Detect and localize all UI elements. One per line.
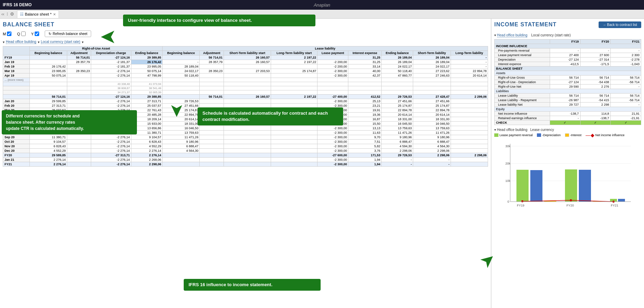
table-row: Retained earnings influence --138,7-21,9…	[495, 116, 641, 121]
table-row: 56 714,01 -27 124,16 29 388,85 56 714,01…	[3, 95, 488, 99]
main-layout: BALANCE SHEET M Q Y ↻ Refresh balance s	[0, 19, 644, 308]
svg-text:10k: 10k	[505, 179, 511, 183]
balance-sheet-tab[interactable]: ☷ Balance sheet * ✕	[17, 10, 59, 18]
app-title: IFRS 16 DEMO	[3, 2, 32, 7]
table-row: ... (more rows)	[3, 78, 488, 82]
y-checkbox[interactable]	[35, 32, 39, 36]
col-beg-bal: Beginning balance	[30, 51, 67, 55]
legend-icon-red-line: —◆	[586, 132, 594, 138]
is-col-fy19: FY19	[550, 39, 581, 44]
tab-close-icon[interactable]: ✕	[53, 12, 56, 16]
table-row: 43 338,48 41 073,94	[3, 82, 488, 86]
table-row: Net income influence -138,7114,821,91	[495, 112, 641, 116]
table-row: Mar 19 23 995,05 28 350,23 -2 276,14 50 …	[3, 69, 488, 73]
legend-lease-payment: Lease payment reversal	[494, 133, 533, 137]
svg-text:FY19: FY19	[517, 204, 524, 207]
bar-fy20-green	[565, 169, 577, 202]
col-lease-pay: Lease payment	[317, 51, 348, 55]
table-row: Lease payment reversal 27 40027 6002 300	[495, 53, 641, 58]
table-row: Oct 20 9 104,57 -2 276,14 6 828,43 9 180…	[3, 140, 488, 144]
legend-depreciation: -Depreciation	[537, 133, 561, 137]
assets-header: Assets	[495, 71, 641, 76]
income-statement-table: FY19 FY20 FY21 INCOME INFLUENCE Pre-paym…	[494, 39, 641, 125]
bar-chart: 30k 20k 10k 0	[496, 142, 634, 211]
is-filter-row: ▾ Head office building Local currency (s…	[494, 33, 641, 37]
anaplan-logo: Anaplan	[314, 2, 330, 8]
tab-label: Balance sheet *	[25, 12, 52, 16]
col-dep: Depreciation charge	[91, 51, 131, 55]
col-adj: Adjustment	[67, 51, 91, 55]
nav-back-icon[interactable]: ‹‹	[1, 11, 5, 17]
income-statement-panel: INCOME STATEMENT → Back to contract list…	[491, 19, 644, 308]
income-influence-header: INCOME INFLUENCE	[495, 44, 641, 49]
back-to-contract-list-button[interactable]: → Back to contract list	[599, 21, 641, 28]
filter-row: ▾ Head office building ▾ Local currency …	[3, 40, 488, 44]
q-checkbox[interactable]	[21, 32, 26, 36]
refresh-button[interactable]: ↻ Refresh balance sheet	[45, 30, 91, 37]
check-row: CHECK ✓ ✓ ✓	[495, 121, 641, 125]
callout-mid-right: Schedule is calculated automatically for…	[198, 107, 343, 125]
balance-sheet-header: BALANCE SHEET	[495, 67, 641, 71]
table-row: Apr 19 50 075,14 -2 276,14 47 798,99 50 …	[3, 73, 488, 78]
table-row: 34 271,37 32 005,39	[3, 90, 488, 95]
table-row: Interest expence -412,5-171,5-1,043	[495, 62, 641, 67]
col-ll-end: Ending balance	[382, 51, 413, 55]
bar-fy20-blue	[579, 170, 591, 202]
income-statement-title: INCOME STATEMENT	[494, 21, 557, 28]
legend-color-blue	[537, 133, 541, 137]
col-lt-start: Long-Term liability start	[271, 51, 317, 55]
table-row: Lease Liability 56 71456 71456 714	[495, 94, 641, 98]
chart-divider: ▾ Head office building Lease currency	[494, 128, 641, 132]
svg-text:30k: 30k	[505, 144, 511, 148]
arrow-mid-right: ➤	[167, 103, 187, 118]
table-row: Sep 20 11 380,71 -2 276,14 9 104,57 11 4…	[3, 135, 488, 140]
q-label: Q	[17, 32, 20, 36]
chart-area: 30k 20k 10k 0	[494, 141, 641, 213]
col-end-bal: Ending balance	[131, 51, 163, 55]
bar-fy19-blue	[530, 170, 542, 202]
tab-bar: ‹‹ ⁝ ⚙ ☷ Balance sheet * ✕	[0, 10, 644, 19]
col-interest: Interest expense	[348, 51, 382, 55]
filter-currency[interactable]: Local currency (start rate)	[41, 40, 80, 44]
legend-interest: -Interest	[565, 133, 582, 137]
q-checkbox-label[interactable]: Q	[17, 32, 26, 36]
liabilities-header: Liabilities	[495, 89, 641, 94]
is-filter-currency[interactable]: Local currency (start rate)	[531, 33, 571, 37]
is-col-label	[495, 39, 550, 44]
table-row: Dec 20 4 552,29 -2 276,14 2 276,14 4 564…	[3, 149, 488, 153]
table-row: Lease Liability - Repayment -26 987-54 4…	[495, 98, 641, 103]
chart-currency-filter: Lease currency	[530, 128, 554, 132]
y-checkbox-label[interactable]: Y	[31, 32, 39, 36]
table-row: FY20 29 589,85 -27 313,71 2 276,14 -27 6…	[3, 153, 488, 158]
grid-icon[interactable]: ⁝	[7, 11, 8, 17]
col-ll-beg: Beginning balance	[163, 51, 200, 55]
table-row: 38 808,67 38 541,48	[3, 86, 488, 90]
table-row: FY19 56 714,01 -27 124,16 29 389,85 56 7…	[3, 55, 488, 60]
legend-net-income: —◆ Net income influence	[586, 132, 625, 138]
equity-header: Equity	[495, 107, 641, 112]
refresh-icon: ↻	[49, 32, 51, 36]
table-row: Jan 21 2 276,14 -2 276,14 2 268,06 -2 30…	[3, 158, 488, 162]
settings-icon[interactable]: ⚙	[10, 11, 14, 17]
m-checkbox[interactable]	[7, 32, 11, 36]
col-period	[3, 46, 30, 55]
callout-bottom: IFRS 16 influence to income statement.	[184, 279, 321, 291]
data-point-fy19	[521, 200, 523, 202]
is-filter-building[interactable]: Head office building	[497, 33, 528, 37]
is-header: INCOME STATEMENT → Back to contract list	[494, 21, 641, 30]
data-point-fy20	[570, 199, 572, 201]
col-st-liab: Short-Term liability	[413, 51, 451, 55]
y-label: Y	[31, 32, 34, 36]
legend-color-green	[494, 133, 498, 137]
chart-building-filter[interactable]: Head office building	[497, 128, 528, 132]
table-row: Feb 19 26 176,42 -2 181,37 23 995,05 28 …	[3, 64, 488, 69]
col-st-start: Short-Term liability start	[224, 51, 271, 55]
table-row: Right-of-Use Net 29 5902 276-	[495, 85, 641, 89]
table-row: Lease liability Net 29 7272 298-	[495, 103, 641, 107]
chart-legend: Lease payment reversal -Depreciation -In…	[494, 132, 641, 138]
col-roa: Right-of-Use Asset	[30, 46, 163, 51]
balance-sheet-table: Right-of-Use Asset Lease liability Begin…	[3, 46, 488, 167]
m-checkbox-label[interactable]: M	[3, 32, 11, 36]
is-col-fy21: FY21	[611, 39, 641, 44]
filter-building[interactable]: Head office building	[6, 40, 36, 44]
